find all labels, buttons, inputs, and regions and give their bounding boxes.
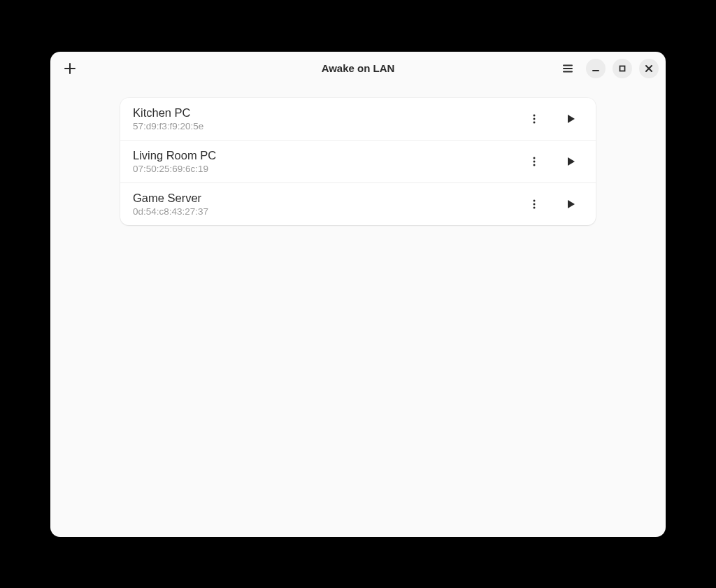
device-text: Living Room PC 07:50:25:69:6c:19 [133, 149, 523, 174]
svg-point-1 [534, 114, 536, 116]
svg-point-7 [534, 199, 536, 201]
maximize-button[interactable] [613, 59, 632, 78]
more-vertical-icon [529, 199, 540, 210]
content-area: Kitchen PC 57:d9:f3:f9:20:5e [50, 85, 666, 537]
add-button[interactable] [59, 57, 81, 80]
minimize-button[interactable] [586, 59, 606, 78]
minimize-icon [591, 64, 601, 73]
close-button[interactable] [639, 59, 659, 78]
device-row[interactable]: Game Server 0d:54:c8:43:27:37 [120, 183, 596, 225]
device-actions [523, 150, 585, 173]
device-more-button[interactable] [523, 150, 545, 173]
device-wake-button[interactable] [559, 193, 582, 215]
close-icon [644, 64, 654, 73]
more-vertical-icon [529, 113, 540, 124]
svg-point-8 [534, 203, 536, 205]
device-name: Living Room PC [133, 149, 523, 162]
device-actions [523, 108, 585, 130]
menu-button[interactable] [557, 57, 579, 80]
device-list: Kitchen PC 57:d9:f3:f9:20:5e [120, 98, 596, 225]
svg-point-3 [534, 121, 536, 123]
headerbar-left [59, 57, 81, 80]
device-more-button[interactable] [523, 108, 545, 130]
svg-rect-0 [620, 66, 625, 71]
svg-point-2 [534, 117, 536, 120]
headerbar: Awake on LAN [50, 52, 666, 85]
svg-point-6 [534, 164, 536, 166]
play-icon [564, 155, 577, 168]
device-row[interactable]: Kitchen PC 57:d9:f3:f9:20:5e [120, 98, 596, 141]
headerbar-right [557, 57, 659, 80]
svg-point-5 [534, 160, 536, 162]
device-mac: 57:d9:f3:f9:20:5e [133, 121, 523, 131]
hamburger-icon [562, 63, 573, 74]
device-name: Kitchen PC [133, 106, 523, 120]
device-text: Game Server 0d:54:c8:43:27:37 [133, 192, 523, 217]
device-mac: 0d:54:c8:43:27:37 [133, 206, 523, 217]
play-icon [564, 113, 577, 125]
maximize-icon [617, 64, 627, 73]
more-vertical-icon [529, 156, 540, 167]
device-actions [523, 193, 585, 215]
device-wake-button[interactable] [559, 108, 582, 130]
device-more-button[interactable] [523, 193, 545, 215]
play-icon [564, 198, 577, 210]
plus-icon [64, 62, 76, 75]
svg-point-4 [534, 157, 536, 159]
device-row[interactable]: Living Room PC 07:50:25:69:6c:19 [120, 141, 596, 183]
svg-point-9 [534, 206, 536, 208]
app-window: Awake on LAN [50, 52, 666, 537]
device-wake-button[interactable] [559, 150, 582, 173]
device-mac: 07:50:25:69:6c:19 [133, 164, 523, 174]
device-name: Game Server [133, 192, 523, 205]
device-text: Kitchen PC 57:d9:f3:f9:20:5e [133, 106, 523, 131]
